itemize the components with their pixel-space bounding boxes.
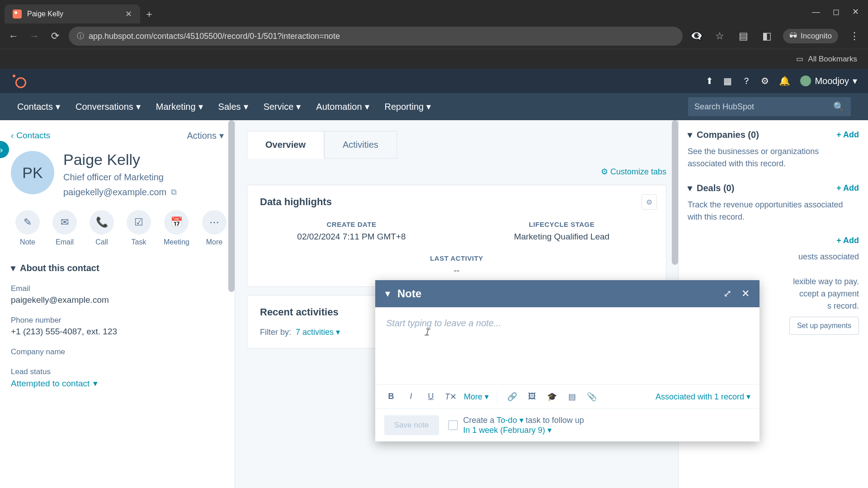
action-meeting[interactable]: 📅Meeting xyxy=(164,210,189,246)
lead-status-dropdown[interactable]: Attempted to contact ▾ xyxy=(11,378,98,389)
scrollbar[interactable] xyxy=(228,120,235,292)
new-tab-button[interactable]: ＋ xyxy=(142,7,156,21)
last-activity-label: LAST ACTIVITY xyxy=(359,254,555,262)
action-task[interactable]: ☑Task xyxy=(127,210,151,246)
primary-nav: Contacts ▾ Conversations ▾ Marketing ▾ S… xyxy=(0,93,868,120)
tab-activities[interactable]: Activities xyxy=(324,131,397,159)
actions-dropdown[interactable]: Actions ▾ xyxy=(187,130,224,141)
insert-snippet-icon[interactable]: 🎓 xyxy=(545,392,559,402)
hubspot-logo[interactable] xyxy=(11,73,27,89)
due-date-dropdown[interactable]: In 1 week (February 9) ▾ xyxy=(463,426,552,435)
contact-avatar[interactable]: PK xyxy=(11,151,54,194)
phone-value[interactable]: +1 (213) 555-4087, ext. 123 xyxy=(11,327,224,337)
attach-file-icon[interactable]: 📎 xyxy=(585,392,599,402)
side-panel-icon[interactable]: ◧ xyxy=(760,29,774,43)
lifecycle-value: Marketing Qualified Lead xyxy=(470,232,653,242)
collapse-note-icon[interactable]: ▾ xyxy=(385,288,390,300)
hubspot-topbar: ⬆ ▦ ？ ⚙ 🔔 Moodjoy ▾ xyxy=(0,69,868,93)
search-input[interactable]: Search HubSpot 🔍 xyxy=(688,97,851,116)
avatar xyxy=(800,75,811,86)
forward-icon[interactable]: → xyxy=(27,29,42,43)
companies-panel-toggle[interactable]: ▾ Companies (0) + Add xyxy=(688,129,859,140)
card-settings-icon[interactable]: ⚙ xyxy=(642,194,657,210)
clear-format-button[interactable]: T✕ xyxy=(444,392,458,402)
account-menu[interactable]: Moodjoy ▾ xyxy=(800,75,857,86)
menu-dots-icon[interactable]: ⋮ xyxy=(847,29,862,43)
nav-service[interactable]: Service ▾ xyxy=(264,101,301,112)
all-bookmarks-label[interactable]: All Bookmarks xyxy=(808,55,857,64)
save-note-button[interactable]: Save note xyxy=(384,415,439,435)
settings-gear-icon[interactable]: ⚙ xyxy=(761,75,769,86)
upgrade-icon[interactable]: ⬆ xyxy=(706,75,713,86)
action-email[interactable]: ✉Email xyxy=(52,210,77,246)
about-section-toggle[interactable]: ▾ About this contact xyxy=(11,263,224,273)
contact-sidebar: ‹ Contacts Actions ▾ PK Paige Kelly Chie… xyxy=(0,120,235,488)
add-company-button[interactable]: + Add xyxy=(836,130,859,140)
insert-link-icon[interactable]: 🔗 xyxy=(505,392,519,402)
tickets-body-fragment: uests associated xyxy=(688,251,859,263)
incognito-label: Incognito xyxy=(801,32,832,41)
action-call[interactable]: 📞Call xyxy=(90,210,114,246)
nav-reporting[interactable]: Reporting ▾ xyxy=(385,101,431,112)
nav-automation[interactable]: Automation ▾ xyxy=(316,101,369,112)
marketplace-icon[interactable]: ▦ xyxy=(723,75,732,86)
incognito-chip[interactable]: 🕶 Incognito xyxy=(783,29,838,43)
create-date-value: 02/02/2024 7:11 PM GMT+8 xyxy=(260,232,443,242)
nav-sales[interactable]: Sales ▾ xyxy=(218,101,248,112)
close-tab-icon[interactable]: ✕ xyxy=(125,9,132,19)
chevron-down-icon: ▾ xyxy=(853,75,857,86)
add-deal-button[interactable]: + Add xyxy=(836,183,859,193)
notifications-bell-icon[interactable]: 🔔 xyxy=(779,75,790,86)
underline-button[interactable]: U xyxy=(424,392,438,401)
bookmark-star-icon[interactable]: ☆ xyxy=(712,29,727,43)
nav-conversations[interactable]: Conversations ▾ xyxy=(75,101,141,112)
lifecycle-label: LIFECYCLE STAGE xyxy=(470,221,653,228)
reload-icon[interactable]: ⟳ xyxy=(48,29,62,43)
search-icon[interactable]: 🔍 xyxy=(833,101,844,112)
reading-list-icon[interactable]: ▤ xyxy=(736,29,750,43)
task-type-dropdown[interactable]: To-do ▾ xyxy=(497,416,524,425)
more-icon: ⋯ xyxy=(209,216,219,228)
minimize-icon[interactable]: — xyxy=(812,7,820,17)
site-info-icon[interactable]: ⓘ xyxy=(77,32,84,41)
task-icon: ☑ xyxy=(134,216,143,228)
action-note[interactable]: ✎Note xyxy=(15,210,40,246)
data-highlights-card: Data highlights ⚙ CREATE DATE 02/02/2024… xyxy=(247,185,666,287)
maximize-icon[interactable]: ◻ xyxy=(833,7,840,17)
incognito-icon: 🕶 xyxy=(789,32,797,41)
more-format-dropdown[interactable]: More ▾ xyxy=(464,392,489,402)
deals-panel-toggle[interactable]: ▾ Deals (0) + Add xyxy=(688,183,859,193)
bookmarks-folder-icon[interactable]: ▭ xyxy=(796,54,803,64)
contact-name: Paige Kelly xyxy=(63,151,177,169)
nav-marketing[interactable]: Marketing ▾ xyxy=(156,101,203,112)
back-icon[interactable]: ← xyxy=(6,29,21,43)
insert-image-icon[interactable]: 🖼 xyxy=(525,392,539,401)
close-window-icon[interactable]: ✕ xyxy=(852,7,859,17)
copy-icon[interactable]: ⧉ xyxy=(171,188,177,197)
setup-payments-button[interactable]: Set up payments xyxy=(789,317,859,335)
nav-contacts[interactable]: Contacts ▾ xyxy=(17,101,60,112)
insert-doc-icon[interactable]: ▤ xyxy=(565,392,579,402)
note-textarea[interactable]: Start typing to leave a note... 𝙸 xyxy=(375,307,760,384)
browser-tab[interactable]: Paige Kelly ✕ xyxy=(5,5,140,23)
action-more[interactable]: ⋯More xyxy=(202,210,226,246)
email-value[interactable]: paigekelly@example.com xyxy=(11,295,224,305)
help-icon[interactable]: ？ xyxy=(742,75,751,87)
eye-off-icon[interactable]: 👁‍🗨 xyxy=(689,29,703,43)
back-to-contacts[interactable]: ‹ Contacts xyxy=(11,130,50,141)
close-note-icon[interactable]: ✕ xyxy=(741,288,750,300)
url-text: app.hubspot.com/contacts/45105500/record… xyxy=(89,32,340,41)
expand-note-icon[interactable]: ⤢ xyxy=(723,288,731,300)
customize-tabs-link[interactable]: ⚙ Customize tabs xyxy=(247,167,666,177)
scrollbar[interactable] xyxy=(672,120,678,265)
tab-overview[interactable]: Overview xyxy=(247,131,324,159)
filter-activities-dropdown[interactable]: 7 activities ▾ xyxy=(296,327,340,337)
italic-button[interactable]: I xyxy=(404,392,418,401)
create-todo-checkbox[interactable] xyxy=(448,420,458,430)
email-icon: ✉ xyxy=(61,216,69,228)
address-bar[interactable]: ⓘ app.hubspot.com/contacts/45105500/reco… xyxy=(69,27,683,46)
add-ticket-button[interactable]: + Add xyxy=(836,236,859,245)
associated-records-dropdown[interactable]: Associated with 1 record ▾ xyxy=(656,392,750,402)
bold-button[interactable]: B xyxy=(384,392,398,401)
lead-status-label: Lead status xyxy=(11,367,224,376)
